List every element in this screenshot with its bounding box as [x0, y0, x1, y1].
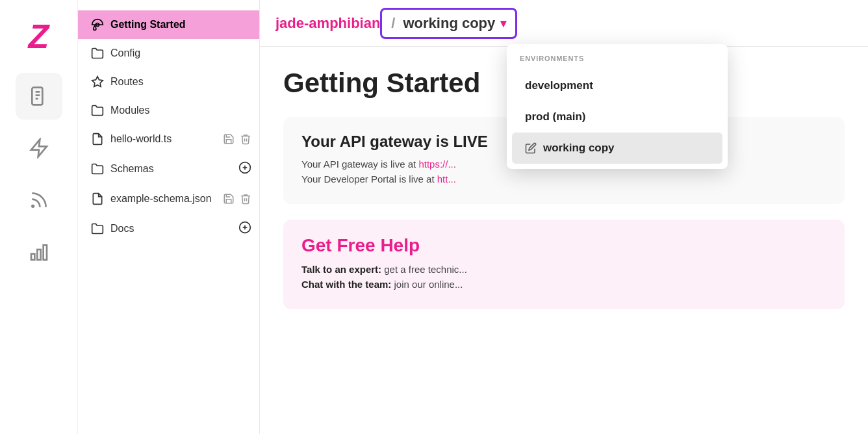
dropdown-item-working-copy[interactable]: working copy	[512, 133, 722, 164]
folder-icon-3	[91, 162, 104, 175]
sidebar-label-getting-started: Getting Started	[110, 19, 186, 31]
dropdown-label-working-copy: working copy	[543, 142, 615, 155]
svg-rect-8	[43, 245, 46, 260]
logo-z-letter: Z	[29, 19, 49, 53]
live-banner-line2-link[interactable]: htt...	[437, 173, 456, 185]
nav-feed-button[interactable]	[16, 177, 62, 223]
sidebar-label-routes: Routes	[110, 76, 144, 88]
sidebar-label-hello-world: hello-world.ts	[110, 133, 172, 145]
help-banner-title: Get Free Help	[301, 235, 826, 256]
help-banner-line2-text: join our online...	[394, 279, 463, 290]
live-banner-line2: Your Developer Portal is live at htt...	[301, 173, 826, 185]
help-banner-line1-text: get a free technic...	[384, 264, 467, 275]
chart-icon	[29, 242, 49, 262]
sidebar-item-example-schema[interactable]: example-schema.json	[78, 185, 259, 213]
dropdown-label-development: development	[525, 79, 593, 92]
sidebar-item-hello-world[interactable]: hello-world.ts	[78, 125, 259, 153]
sidebar-label-example-schema: example-schema.json	[110, 193, 212, 205]
add-icon-2[interactable]	[238, 221, 251, 234]
dropdown-section-environments: ENVIRONMENTS	[507, 55, 728, 70]
icon-rail: Z	[0, 0, 78, 434]
live-banner-line2-prefix: Your Developer Portal is live at	[301, 173, 437, 185]
dropdown-item-prod-main[interactable]: prod (main)	[512, 101, 722, 133]
nav-functions-button[interactable]	[16, 125, 62, 172]
environment-dropdown: ENVIRONMENTS development prod (main) wor…	[507, 44, 728, 169]
sidebar-label-schemas: Schemas	[110, 163, 154, 175]
save-icon-2[interactable]	[223, 193, 235, 205]
svg-marker-10	[92, 77, 103, 87]
sidebar-label-docs: Docs	[110, 223, 134, 235]
sidebar-item-modules[interactable]: Modules	[78, 96, 259, 125]
main-area: jade-amphibian / working copy ▾ ENVIRONM…	[260, 0, 868, 434]
hello-world-actions	[223, 133, 251, 145]
dropdown-label-prod-main: prod (main)	[525, 110, 586, 123]
file-icon-2	[91, 192, 104, 205]
live-banner-line1-prefix: Your API gateway is live at	[301, 159, 418, 170]
help-banner-line1: Talk to an expert: get a free technic...	[301, 264, 826, 275]
sidebar-item-docs[interactable]: Docs	[78, 213, 259, 244]
help-banner-line2-label: Chat with the team:	[301, 279, 394, 290]
branch-selector[interactable]: / working copy ▾	[380, 8, 517, 39]
folder-icon	[91, 47, 104, 60]
trash-icon-2[interactable]	[240, 193, 251, 205]
docs-add-action	[238, 221, 251, 236]
save-icon[interactable]	[223, 133, 235, 145]
sidebar-label-config: Config	[110, 47, 140, 59]
dropdown-item-development[interactable]: development	[512, 70, 722, 101]
svg-rect-6	[31, 254, 34, 260]
dropdown-arrow-icon: ▾	[500, 16, 506, 31]
sidebar-item-config[interactable]: Config	[78, 39, 259, 68]
add-icon[interactable]	[238, 161, 251, 174]
sidebar-item-getting-started[interactable]: Getting Started	[78, 10, 259, 39]
help-banner-line1-label: Talk to an expert:	[301, 264, 384, 275]
example-schema-actions	[223, 193, 251, 205]
rocket-icon	[91, 18, 104, 31]
project-name[interactable]: jade-amphibian	[275, 15, 380, 32]
routes-icon	[91, 75, 104, 88]
pencil-icon	[525, 142, 537, 154]
help-banner: Get Free Help Talk to an expert: get a f…	[283, 220, 845, 309]
sidebar-item-routes[interactable]: Routes	[78, 68, 259, 96]
nav-analytics-button[interactable]	[16, 229, 62, 275]
branch-label: working copy	[403, 15, 495, 32]
document-icon	[29, 86, 49, 107]
svg-rect-7	[37, 249, 40, 260]
schemas-add-action	[238, 161, 251, 177]
sidebar: Getting Started Config Routes Modules	[78, 0, 260, 434]
app-logo[interactable]: Z	[13, 10, 65, 62]
help-banner-line2: Chat with the team: join our online...	[301, 279, 826, 290]
sidebar-label-modules: Modules	[110, 105, 149, 116]
folder-icon-4	[91, 222, 104, 235]
feed-icon	[29, 190, 49, 211]
svg-marker-4	[31, 140, 47, 157]
sidebar-item-schemas[interactable]: Schemas	[78, 153, 259, 185]
trash-icon[interactable]	[240, 133, 251, 145]
folder-icon-2	[91, 104, 104, 117]
live-banner-line1-link[interactable]: https://...	[418, 159, 456, 170]
sidebar-header: Getting Started Config Routes Modules	[78, 0, 259, 244]
lightning-icon	[29, 138, 49, 159]
nav-documents-button[interactable]	[16, 73, 62, 120]
breadcrumb-slash: /	[391, 15, 395, 32]
top-bar: jade-amphibian / working copy ▾	[260, 0, 868, 47]
svg-point-5	[32, 205, 34, 207]
file-icon	[91, 133, 104, 146]
